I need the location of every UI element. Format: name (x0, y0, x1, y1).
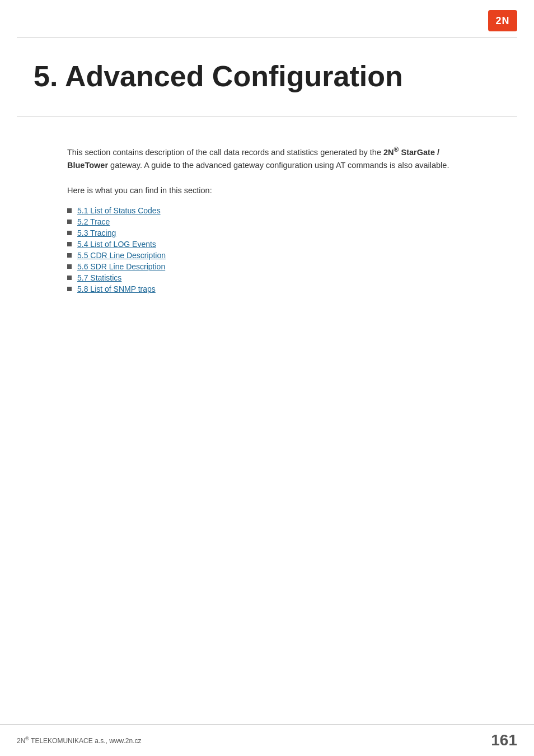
toc-link-6[interactable]: 5.6 SDR Line Description (77, 262, 165, 271)
toc-link-4[interactable]: 5.4 List of LOG Events (77, 240, 156, 249)
list-item: 5.2 Trace (67, 217, 500, 226)
section-divider (17, 116, 517, 116)
bullet-icon (67, 287, 72, 291)
toc-link-7[interactable]: 5.7 Statistics (77, 273, 121, 282)
intro-paragraph: This section contains description of the… (67, 144, 470, 172)
logo: 2N (488, 10, 517, 31)
list-item: 5.4 List of LOG Events (67, 240, 500, 249)
bullet-icon (67, 264, 72, 269)
page-title: 5. Advanced Configuration (34, 60, 500, 94)
toc-link-3[interactable]: 5.3 Tracing (77, 228, 116, 237)
list-item: 5.7 Statistics (67, 273, 500, 282)
list-item: 5.8 List of SNMP traps (67, 284, 500, 293)
bullet-icon (67, 242, 72, 246)
page-container: 2N 5. Advanced Configuration This sectio… (0, 0, 534, 756)
bullet-icon (67, 208, 72, 213)
footer-left-text: 2N® TELEKOMUNIKACE a.s., www.2n.cz (17, 736, 142, 745)
toc-link-2[interactable]: 5.2 Trace (77, 217, 110, 226)
bullet-icon (67, 220, 72, 224)
bullet-icon (67, 231, 72, 235)
list-item: 5.1 List of Status Codes (67, 206, 500, 215)
toc-list: 5.1 List of Status Codes 5.2 Trace 5.3 T… (67, 206, 500, 293)
bullet-icon (67, 276, 72, 280)
page-number: 161 (491, 731, 517, 749)
list-item: 5.5 CDR Line Description (67, 251, 500, 260)
toc-link-8[interactable]: 5.8 List of SNMP traps (77, 284, 156, 293)
intro-text-before: This section contains description of the… (67, 148, 383, 157)
intro-text-after: gateway. A guide to the advanced gateway… (108, 161, 449, 170)
main-title-area: 5. Advanced Configuration (0, 38, 534, 110)
header: 2N (0, 0, 534, 31)
list-item: 5.6 SDR Line Description (67, 262, 500, 271)
logo-text: 2N (495, 15, 509, 27)
content-area: This section contains description of the… (0, 133, 534, 318)
list-item: 5.3 Tracing (67, 228, 500, 237)
toc-link-5[interactable]: 5.5 CDR Line Description (77, 251, 166, 260)
bullet-icon (67, 253, 72, 258)
footer: 2N® TELEKOMUNIKACE a.s., www.2n.cz 161 (0, 724, 534, 756)
here-paragraph: Here is what you can find in this sectio… (67, 184, 500, 197)
toc-link-1[interactable]: 5.1 List of Status Codes (77, 206, 161, 215)
